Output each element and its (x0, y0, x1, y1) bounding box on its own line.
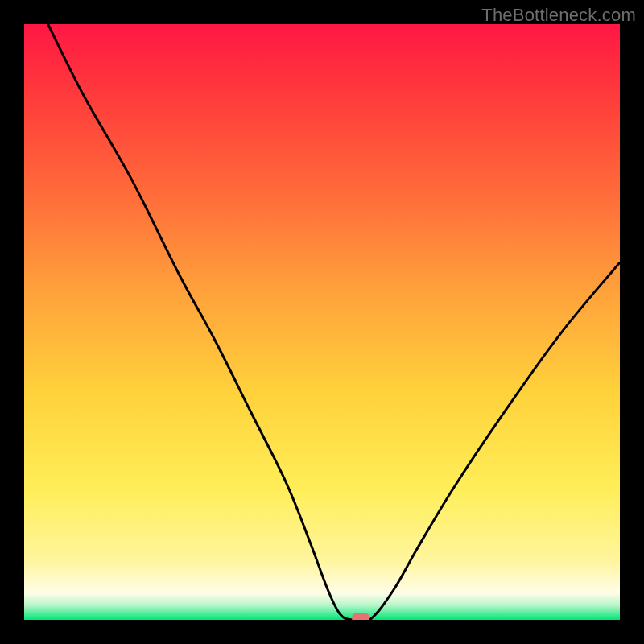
bottleneck-chart (24, 24, 620, 620)
optimal-marker (352, 613, 369, 620)
plot-area (24, 24, 620, 620)
gradient-background (24, 24, 620, 620)
chart-frame: TheBottleneck.com (0, 0, 644, 644)
watermark-text: TheBottleneck.com (481, 5, 636, 26)
